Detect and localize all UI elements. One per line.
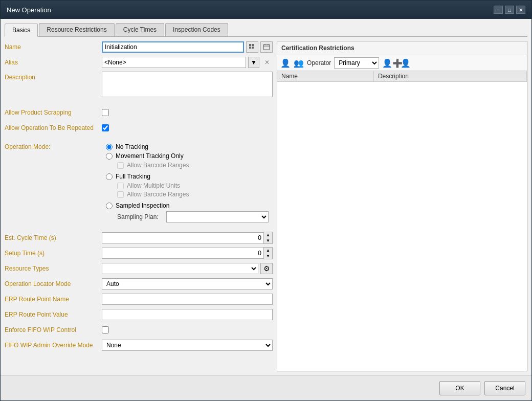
alias-row: Alias ▼ ✕ <box>5 56 273 69</box>
setup-time-up[interactable]: ▲ <box>264 248 272 253</box>
alias-clear-btn[interactable]: ✕ <box>261 57 273 68</box>
setup-time-down[interactable]: ▼ <box>264 253 272 259</box>
new-operation-window: New Operation − □ ✕ Basics Resource Rest… <box>0 0 532 401</box>
sampling-plan-select[interactable] <box>166 211 269 222</box>
movement-tracking-options: Allow Barcode Ranges <box>117 162 272 169</box>
name-label: Name <box>5 43 102 51</box>
erp-route-value-input[interactable] <box>102 309 273 320</box>
barcode-ranges-full-label: Allow Barcode Ranges <box>127 191 189 198</box>
svg-rect-3 <box>252 47 254 49</box>
name-input-group <box>102 41 273 53</box>
person-icon-2[interactable]: 👥 <box>294 58 304 68</box>
cert-panel-title: Certification Restrictions <box>277 41 527 55</box>
sampled-inspection-item: Sampled Inspection <box>106 202 272 209</box>
person-icon-1[interactable]: 👤 <box>280 58 291 68</box>
operation-mode-radio-group: No Tracking Movement Tracking Only Al <box>106 143 272 222</box>
allow-scrapping-row: Allow Product Scrapping <box>5 106 273 119</box>
allow-multiple-units-label: Allow Multiple Units <box>127 182 180 189</box>
minimize-button[interactable]: − <box>494 6 503 14</box>
cert-table: Name Description <box>277 71 527 371</box>
grid-icon <box>249 43 256 51</box>
operation-locator-label: Operation Locator Mode <box>5 280 102 287</box>
tab-basics[interactable]: Basics <box>5 24 38 37</box>
left-panel: Name Alias <box>5 41 273 371</box>
movement-tracking-radio[interactable] <box>106 153 113 160</box>
cert-restrictions-panel: Certification Restrictions 👤 👥 Operator … <box>277 41 527 371</box>
full-tracking-label: Full Tracking <box>116 173 150 180</box>
form-body: Name Alias <box>5 41 527 371</box>
operation-locator-select[interactable]: Auto Manual None <box>102 278 273 289</box>
operator-select[interactable]: Primary Secondary All <box>334 57 379 69</box>
add-operator-icon[interactable]: 👤➕ <box>382 58 403 68</box>
close-button[interactable]: ✕ <box>516 6 525 14</box>
alias-input[interactable] <box>102 57 246 68</box>
erp-route-value-row: ERP Route Point Value <box>5 308 273 321</box>
sampled-inspection-radio[interactable] <box>106 203 113 209</box>
window-title: New Operation <box>7 6 51 14</box>
barcode-ranges-movement-checkbox[interactable] <box>117 162 124 169</box>
enforce-fifo-label: Enforce FIFO WIP Control <box>5 326 102 333</box>
cert-col-name: Name <box>277 71 373 82</box>
est-cycle-time-down[interactable]: ▼ <box>264 238 272 243</box>
title-bar: New Operation − □ ✕ <box>1 1 531 19</box>
restore-button[interactable]: □ <box>505 6 514 14</box>
no-tracking-item: No Tracking <box>106 143 272 150</box>
resource-types-select[interactable] <box>102 263 258 274</box>
setup-time-spinner: ▲ ▼ <box>263 247 273 259</box>
svg-rect-1 <box>252 44 254 46</box>
tab-cycle-times[interactable]: Cycle Times <box>116 23 164 36</box>
setup-time-input-group: ▲ ▼ <box>102 247 273 259</box>
ok-button[interactable]: OK <box>439 381 480 395</box>
erp-route-name-label: ERP Route Point Name <box>5 296 102 303</box>
fifo-override-label: FIFO WIP Admin Override Mode <box>5 342 102 349</box>
remove-operator-icon[interactable]: 👤 <box>401 58 411 68</box>
barcode-ranges-movement-option: Allow Barcode Ranges <box>117 162 272 169</box>
main-layout: Name Alias <box>5 41 527 371</box>
tab-inspection-codes[interactable]: Inspection Codes <box>165 23 228 36</box>
operation-mode-label: Operation Mode: <box>5 143 102 222</box>
svg-rect-2 <box>249 47 251 49</box>
name-input[interactable] <box>102 41 244 53</box>
resource-types-gear-btn[interactable]: ⚙ <box>260 263 273 274</box>
allow-multiple-units-checkbox[interactable] <box>117 183 124 189</box>
tab-resource-restrictions[interactable]: Resource Restrictions <box>39 23 114 36</box>
cert-col-description: Description <box>373 71 526 82</box>
name-icon-btn1[interactable] <box>246 41 258 53</box>
barcode-ranges-full-checkbox[interactable] <box>117 191 124 198</box>
description-input[interactable] <box>102 72 273 97</box>
setup-time-row: Setup Time (s) ▲ ▼ <box>5 247 273 259</box>
enforce-fifo-checkbox[interactable] <box>102 326 109 333</box>
cert-toolbar: 👤 👥 Operator Primary Secondary All 👤➕ 👤 <box>277 55 527 71</box>
est-cycle-time-input-group: ▲ ▼ <box>102 232 273 244</box>
allow-repeated-row: Allow Operation To Be Repeated <box>5 122 273 134</box>
cert-restrictions-table: Name Description <box>277 71 527 82</box>
allow-scrapping-label: Allow Product Scrapping <box>5 109 102 116</box>
full-tracking-item: Full Tracking <box>106 173 272 180</box>
bottom-bar: OK Cancel <box>1 375 531 400</box>
allow-repeated-label: Allow Operation To Be Repeated <box>5 124 102 131</box>
svg-rect-4 <box>263 44 270 50</box>
est-cycle-time-up[interactable]: ▲ <box>264 232 272 238</box>
est-cycle-time-input[interactable] <box>102 232 263 243</box>
cert-table-header: Name Description <box>277 71 527 82</box>
name-icon-btn2[interactable] <box>260 41 273 53</box>
operation-locator-row: Operation Locator Mode Auto Manual None <box>5 278 273 290</box>
erp-route-name-row: ERP Route Point Name <box>5 293 273 305</box>
no-tracking-radio[interactable] <box>106 144 113 150</box>
erp-route-name-input[interactable] <box>102 294 273 305</box>
window-controls: − □ ✕ <box>494 6 525 14</box>
alias-input-group: ▼ ✕ <box>102 57 273 68</box>
sampling-plan-label: Sampling Plan: <box>117 213 163 220</box>
est-cycle-time-spinner: ▲ ▼ <box>263 232 273 244</box>
full-tracking-radio[interactable] <box>106 173 113 180</box>
est-cycle-time-row: Est. Cycle Time (s) ▲ ▼ <box>5 232 273 244</box>
cancel-button[interactable]: Cancel <box>484 381 525 395</box>
allow-scrapping-checkbox[interactable] <box>102 109 109 116</box>
resource-types-group: ⚙ <box>102 263 273 274</box>
allow-repeated-checkbox[interactable] <box>102 124 109 131</box>
setup-time-input[interactable] <box>102 248 263 259</box>
operator-label: Operator <box>307 59 331 66</box>
fifo-override-select[interactable]: None Allow Deny <box>102 340 273 351</box>
tab-bar: Basics Resource Restrictions Cycle Times… <box>5 23 527 37</box>
alias-dropdown-btn[interactable]: ▼ <box>248 57 259 68</box>
